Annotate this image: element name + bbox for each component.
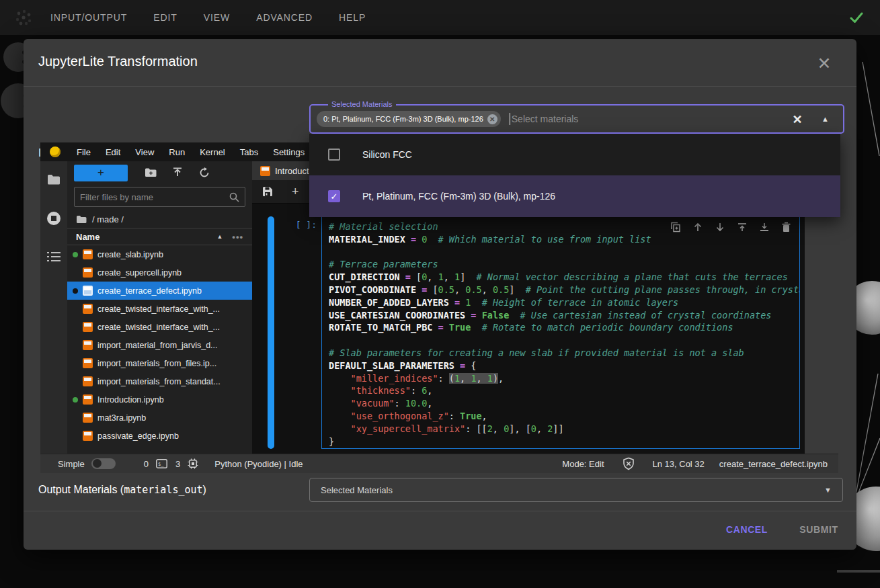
file-row[interactable]: mat3ra.ipynb	[67, 409, 252, 427]
file-name: create_slab.ipynb	[97, 250, 163, 259]
breadcrumb[interactable]: / made /	[67, 211, 252, 228]
file-name: import_materials_from_files.ip...	[97, 359, 216, 368]
app-logo-icon[interactable]	[15, 9, 32, 26]
selected-materials-field-label: Selected Materials	[328, 100, 396, 108]
divider	[24, 86, 856, 87]
file-row[interactable]: import_materials_from_files.ip...	[67, 354, 252, 372]
no-dot	[73, 325, 78, 330]
file-row[interactable]: import_material_from_jarvis_d...	[67, 336, 252, 354]
submit-button[interactable]: SUBMIT	[789, 520, 849, 539]
app-menu-item[interactable]: VIEW	[204, 12, 230, 23]
move-cell-up-icon[interactable]	[692, 222, 703, 233]
output-materials-label: Output Materials (materials_out)	[38, 482, 206, 498]
refresh-icon[interactable]	[191, 167, 218, 178]
material-option[interactable]: ✓Pt, Platinum, FCC (Fm-3m) 3D (Bulk), mp…	[309, 175, 840, 217]
new-folder-icon[interactable]	[137, 167, 164, 178]
simple-mode-toggle[interactable]	[91, 458, 116, 469]
chip-delete-icon[interactable]: ✕	[487, 114, 497, 124]
file-name: create_twisted_interface_with_...	[97, 323, 220, 332]
file-row[interactable]: Introduction.ipynb	[67, 390, 252, 409]
filter-files-input[interactable]: Filter files by name	[74, 187, 245, 207]
checkbox[interactable]	[328, 149, 340, 161]
notebook-file-icon	[83, 413, 93, 423]
cancel-button[interactable]: CANCEL	[717, 520, 777, 539]
divider	[24, 511, 856, 511]
file-row[interactable]: create_twisted_interface_with_...	[67, 300, 252, 318]
trust-shield-icon[interactable]	[622, 457, 635, 470]
kernel-icon[interactable]	[188, 458, 198, 469]
cell-collapser-bar[interactable]	[268, 216, 274, 449]
no-dot	[73, 306, 78, 312]
simple-mode-label: Simple	[58, 459, 85, 469]
clear-selection-icon[interactable]: ✕	[789, 112, 805, 128]
jupyter-menu-item[interactable]: Edit	[98, 147, 128, 157]
move-cell-down-icon[interactable]	[715, 222, 725, 233]
jupyter-menu-item[interactable]: Settings	[266, 147, 312, 157]
mode-indicator[interactable]: Mode: Edit	[562, 459, 604, 469]
jupyter-status-bar: Simple 0 $_ 3 Python (Pyodide) | Idle	[40, 454, 838, 473]
running-kernels-icon[interactable]	[46, 211, 61, 226]
file-row[interactable]: create_twisted_interface_with_...	[67, 318, 252, 336]
app-menu-item[interactable]: HELP	[339, 12, 366, 23]
material-option[interactable]: Silicon FCC	[309, 134, 840, 175]
chevron-down-icon: ▼	[824, 486, 832, 494]
file-name: passivate_edge.ipynb	[97, 431, 179, 441]
upload-icon[interactable]	[164, 167, 191, 178]
no-dot	[73, 361, 78, 366]
jupyter-menu-item[interactable]: Run	[161, 147, 192, 157]
confirm-check-icon[interactable]	[848, 9, 865, 26]
app-menu-item[interactable]: EDIT	[153, 12, 177, 23]
cursor-position[interactable]: Ln 13, Col 32	[653, 459, 705, 469]
file-row[interactable]: create_terrace_defect.ipynb	[67, 282, 252, 300]
code-line: USE_CARTESIAN_COORDINATES = False # Use …	[329, 309, 799, 322]
file-list-header[interactable]: Name ▲ •••	[67, 228, 252, 245]
new-launcher-button[interactable]: +	[74, 165, 128, 181]
no-dot	[73, 415, 78, 421]
file-name: import_materials_from_standat...	[97, 377, 221, 386]
selected-materials-field[interactable]: Selected Materials 0: Pt, Platinum, FCC …	[309, 104, 844, 134]
jupyter-menu-item[interactable]: View	[128, 147, 161, 157]
sort-caret-icon[interactable]: ▲	[216, 233, 223, 240]
svg-text:$_: $_	[158, 462, 164, 467]
jupyter-menu-item[interactable]: File	[69, 147, 98, 157]
code-line: # Terrace parameters	[329, 258, 799, 271]
duplicate-cell-icon[interactable]	[670, 222, 681, 233]
app-menu-item[interactable]: INPUT/OUTPUT	[50, 12, 127, 23]
dialog-title: JupyterLite Transformation	[38, 54, 198, 69]
file-browser-icon[interactable]	[47, 173, 61, 185]
material-chip[interactable]: 0: Pt, Platinum, FCC (Fm-3m) 3D (Bulk), …	[317, 111, 501, 127]
app-menu-bar: INPUT/OUTPUTEDITVIEWADVANCEDHELP	[0, 0, 880, 35]
close-icon[interactable]: ✕	[814, 54, 834, 74]
file-name: create_terrace_defect.ipynb	[97, 286, 202, 296]
app-menus: INPUT/OUTPUTEDITVIEWADVANCEDHELP	[50, 12, 392, 23]
save-icon[interactable]	[262, 186, 273, 197]
terminal-icon[interactable]: $_	[156, 459, 167, 468]
kernel-status[interactable]: Python (Pyodide) | Idle	[214, 459, 303, 469]
notebook-file-icon	[83, 249, 93, 259]
file-row[interactable]: passivate_edge.ipynb	[67, 427, 252, 445]
insert-cell-below-icon[interactable]	[759, 222, 770, 233]
chevron-up-icon[interactable]: ▲	[822, 115, 829, 123]
more-options-icon[interactable]: •••	[232, 232, 243, 242]
notebook-file-icon	[83, 376, 93, 386]
jupyter-menu-item[interactable]: Kernel	[192, 147, 233, 157]
file-row[interactable]: create_supercell.ipynb	[67, 263, 252, 282]
output-materials-select[interactable]: Selected Materials ▼	[309, 478, 843, 502]
delete-cell-icon[interactable]	[781, 222, 791, 233]
insert-cell-above-icon[interactable]	[737, 222, 748, 233]
file-name: create_supercell.ipynb	[97, 268, 182, 278]
code-cell[interactable]: # Material selectionMATERIAL_INDEX = 0 #…	[321, 216, 800, 449]
notebook-file-icon	[83, 340, 93, 350]
search-icon	[229, 192, 239, 202]
table-of-contents-icon[interactable]	[47, 251, 61, 262]
notebook-file-icon	[83, 322, 93, 332]
file-row[interactable]: create_slab.ipynb	[67, 245, 252, 263]
file-name: import_material_from_jarvis_d...	[97, 341, 218, 350]
file-row[interactable]: import_materials_from_standat...	[67, 372, 252, 390]
select-materials-placeholder: Select materials	[512, 114, 579, 124]
jupyter-menu-item[interactable]: Tabs	[233, 147, 266, 157]
checkbox[interactable]: ✓	[328, 190, 340, 202]
app-menu-item[interactable]: ADVANCED	[256, 12, 313, 23]
code-line: "xy_supercell_matrix": [[2, 0], [0, 2]]	[329, 423, 799, 435]
add-cell-icon[interactable]: +	[292, 185, 299, 199]
